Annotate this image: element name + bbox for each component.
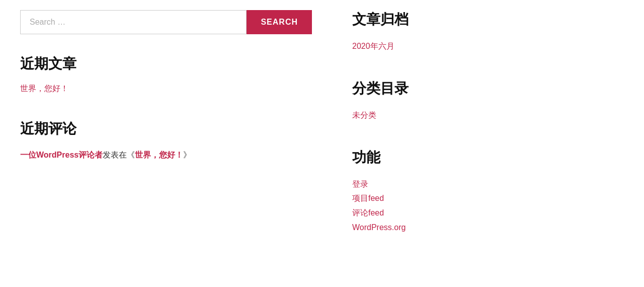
archive-item[interactable]: 2020年六月 (352, 39, 584, 54)
function-item-login[interactable]: 登录 (352, 177, 584, 192)
comment-static-2: 》 (183, 151, 191, 159)
function-links: 登录 项目feed 评论feed WordPress.org (352, 177, 584, 235)
function-item-wordpress[interactable]: WordPress.org (352, 221, 584, 235)
left-column: SEARCH 近期文章 世界，您好！ 近期评论 一位WordPress评论者发表… (20, 10, 332, 255)
right-column: 文章归档 2020年六月 分类目录 未分类 功能 登录 项目feed 评论fee… (332, 10, 584, 255)
comment-entry: 一位WordPress评论者发表在《世界，您好！》 (20, 149, 312, 162)
comment-static-1: 发表在《 (103, 151, 135, 159)
page-wrapper: SEARCH 近期文章 世界，您好！ 近期评论 一位WordPress评论者发表… (0, 0, 644, 265)
archive-section: 文章归档 2020年六月 (352, 10, 584, 54)
recent-articles-section: 近期文章 世界，您好！ (20, 54, 312, 94)
archive-heading: 文章归档 (352, 10, 584, 29)
search-input[interactable] (20, 10, 247, 34)
function-item-feed[interactable]: 项目feed (352, 191, 584, 206)
search-area: SEARCH (20, 10, 312, 34)
search-button[interactable]: SEARCH (247, 10, 312, 34)
category-section: 分类目录 未分类 (352, 79, 584, 123)
comment-article-link[interactable]: 世界，您好！ (135, 151, 183, 159)
function-item-comment-feed[interactable]: 评论feed (352, 206, 584, 221)
category-heading: 分类目录 (352, 79, 584, 98)
recent-comments-section: 近期评论 一位WordPress评论者发表在《世界，您好！》 (20, 119, 312, 162)
function-heading: 功能 (352, 148, 584, 167)
recent-articles-heading: 近期文章 (20, 54, 312, 74)
function-section: 功能 登录 项目feed 评论feed WordPress.org (352, 148, 584, 235)
recent-articles-list: 世界，您好！ (20, 84, 312, 94)
recent-article-item[interactable]: 世界，您好！ (20, 84, 68, 93)
recent-comments-heading: 近期评论 (20, 119, 312, 138)
commenter-link[interactable]: 一位WordPress评论者 (20, 151, 103, 159)
category-item[interactable]: 未分类 (352, 108, 584, 123)
